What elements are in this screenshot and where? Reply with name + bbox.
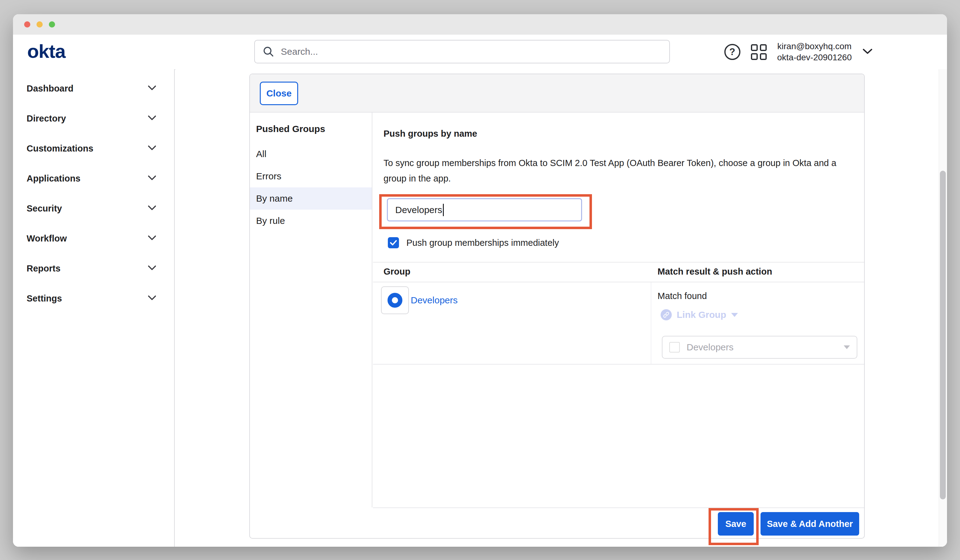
close-window-button[interactable]: [24, 21, 30, 27]
okta-logo[interactable]: okta: [27, 40, 65, 62]
detail-description: To sync group memberships from Okta to S…: [384, 155, 854, 186]
app-header: okta ? kiran@boxyhq.com okta-dev-2090126…: [13, 35, 947, 70]
table-header-divider: [373, 282, 864, 282]
sidebar-item-workflow[interactable]: Workflow: [13, 224, 174, 254]
chevron-down-icon: [148, 235, 156, 242]
save-add-another-button[interactable]: Save & Add Another: [760, 512, 859, 536]
checkbox-unchecked-icon: [669, 342, 680, 352]
push-groups-panel: Close Pushed Groups All Errors By name B…: [249, 74, 865, 539]
column-header-group: Group: [384, 267, 410, 277]
chevron-down-icon: [148, 265, 156, 272]
checkbox-checked-icon[interactable]: [388, 237, 399, 248]
group-name-value: Developers: [395, 205, 442, 215]
sidebar-item-customizations[interactable]: Customizations: [13, 134, 174, 163]
by-name-detail: Push groups by name To sync group member…: [373, 112, 864, 538]
chevron-down-icon[interactable]: [862, 48, 873, 56]
caret-down-icon: [731, 313, 738, 317]
header-right-controls: ? kiran@boxyhq.com okta-dev-20901260: [724, 35, 873, 69]
table-top-divider: [373, 262, 864, 262]
chevron-down-icon: [148, 205, 156, 212]
vertical-scrollbar-track[interactable]: [939, 69, 947, 547]
detail-heading: Push groups by name: [384, 129, 477, 139]
subnav-item-errors[interactable]: Errors: [250, 165, 372, 187]
link-icon: [661, 309, 672, 320]
sidebar-item-dashboard[interactable]: Dashboard: [13, 74, 174, 104]
apps-grid-icon[interactable]: [751, 44, 767, 60]
panel-body: Pushed Groups All Errors By name By rule…: [250, 112, 864, 538]
table-row-divider: [373, 364, 864, 365]
group-avatar: [381, 286, 409, 314]
sidebar-item-settings[interactable]: Settings: [13, 283, 174, 314]
group-circle-icon: [387, 293, 402, 308]
zoom-window-button[interactable]: [49, 21, 55, 27]
chevron-down-icon: [148, 115, 156, 122]
chevron-down-icon: [148, 146, 156, 152]
window-titlebar: [13, 14, 947, 35]
immediate-push-label: Push group memberships immediately: [406, 238, 559, 248]
subnav-item-by-name[interactable]: By name: [250, 187, 372, 210]
immediate-push-row: Push group memberships immediately: [388, 237, 559, 248]
account-menu[interactable]: kiran@boxyhq.com okta-dev-20901260: [777, 41, 852, 63]
caret-down-icon: [844, 346, 850, 349]
search-input[interactable]: [280, 46, 653, 57]
chevron-down-icon: [148, 85, 156, 92]
match-result-text: Match found: [658, 291, 707, 301]
chevron-down-icon: [148, 175, 156, 182]
group-name-link[interactable]: Developers: [411, 295, 458, 306]
subnav-item-all[interactable]: All: [250, 143, 372, 165]
subnav-title: Pushed Groups: [250, 124, 372, 136]
sidebar-nav: Dashboard Directory Customizations Appli…: [13, 69, 175, 547]
browser-window: okta ? kiran@boxyhq.com okta-dev-2090126…: [13, 14, 947, 547]
column-header-match: Match result & push action: [658, 267, 772, 277]
save-button[interactable]: Save: [718, 512, 754, 536]
sidebar-item-reports[interactable]: Reports: [13, 254, 174, 283]
help-icon[interactable]: ?: [724, 44, 741, 60]
linked-group-select[interactable]: Developers: [662, 336, 857, 359]
panel-toolbar: Close: [250, 74, 864, 112]
sidebar-item-security[interactable]: Security: [13, 194, 174, 224]
subnav-item-by-rule[interactable]: By rule: [250, 210, 372, 232]
account-org: okta-dev-20901260: [777, 52, 852, 63]
table-column-divider: [651, 282, 651, 364]
close-button[interactable]: Close: [260, 82, 298, 105]
link-group-label: Link Group: [677, 310, 726, 320]
text-caret: [443, 204, 444, 216]
account-email: kiran@boxyhq.com: [777, 41, 852, 52]
desktop-background: okta ? kiran@boxyhq.com okta-dev-2090126…: [0, 0, 960, 560]
footer-divider: [373, 507, 864, 508]
group-name-input[interactable]: Developers: [387, 198, 582, 221]
search-icon: [262, 45, 275, 58]
sidebar-item-applications[interactable]: Applications: [13, 163, 174, 194]
pushed-groups-subnav: Pushed Groups All Errors By name By rule: [250, 112, 372, 507]
minimize-window-button[interactable]: [37, 21, 43, 27]
global-search[interactable]: [254, 40, 670, 63]
linked-group-value: Developers: [686, 342, 844, 352]
chevron-down-icon: [148, 295, 156, 302]
link-group-dropdown-disabled[interactable]: Link Group: [661, 309, 738, 320]
vertical-scrollbar-thumb[interactable]: [940, 171, 946, 499]
sidebar-item-directory[interactable]: Directory: [13, 104, 174, 134]
